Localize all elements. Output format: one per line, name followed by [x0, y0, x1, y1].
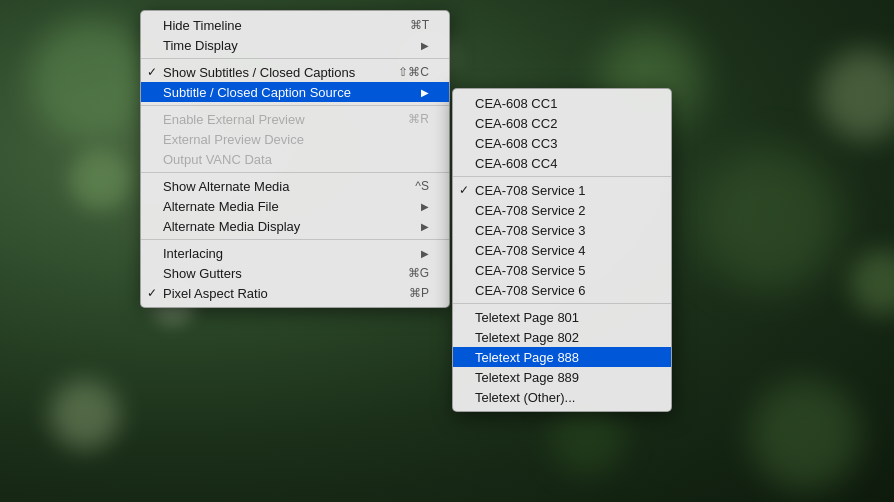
interlacing-arrow: ▶: [401, 248, 429, 259]
submenu-item-teletext-889[interactable]: Teletext Page 889: [453, 367, 671, 387]
submenu-separator-2: [453, 303, 671, 304]
show-alternate-media-shortcut: ^S: [395, 179, 429, 193]
menu-item-interlacing[interactable]: Interlacing ▶: [141, 243, 449, 263]
submenu-item-cea708-s4[interactable]: CEA-708 Service 4: [453, 240, 671, 260]
submenu-item-teletext-801[interactable]: Teletext Page 801: [453, 307, 671, 327]
menu-item-output-vanc-data[interactable]: Output VANC Data: [141, 149, 449, 169]
cea608-cc1-label: CEA-608 CC1: [475, 96, 557, 111]
submenu-panel: CEA-608 CC1 CEA-608 CC2 CEA-608 CC3 CEA-…: [452, 88, 672, 412]
time-display-label: Time Display: [163, 38, 238, 53]
submenu-item-cea708-s6[interactable]: CEA-708 Service 6: [453, 280, 671, 300]
show-gutters-shortcut: ⌘G: [388, 266, 429, 280]
menu-item-pixel-aspect-ratio[interactable]: ✓ Pixel Aspect Ratio ⌘P: [141, 283, 449, 303]
teletext-other-label: Teletext (Other)...: [475, 390, 575, 405]
submenu-item-teletext-other[interactable]: Teletext (Other)...: [453, 387, 671, 407]
hide-timeline-label: Hide Timeline: [163, 18, 242, 33]
menu-item-show-subtitles[interactable]: ✓ Show Subtitles / Closed Captions ⇧⌘C: [141, 62, 449, 82]
cea708-s1-label: CEA-708 Service 1: [475, 183, 586, 198]
show-subtitles-shortcut: ⇧⌘C: [378, 65, 429, 79]
menu-item-show-alternate-media[interactable]: Show Alternate Media ^S: [141, 176, 449, 196]
cea608-cc2-label: CEA-608 CC2: [475, 116, 557, 131]
cea708-s3-label: CEA-708 Service 3: [475, 223, 586, 238]
menu-item-hide-timeline[interactable]: Hide Timeline ⌘T: [141, 15, 449, 35]
time-display-arrow: ▶: [401, 40, 429, 51]
main-menu-panel: Hide Timeline ⌘T Time Display ▶ ✓ Show S…: [140, 10, 450, 308]
pixel-aspect-ratio-shortcut: ⌘P: [389, 286, 429, 300]
cea708-s6-label: CEA-708 Service 6: [475, 283, 586, 298]
cea708-s2-label: CEA-708 Service 2: [475, 203, 586, 218]
menu-container: Hide Timeline ⌘T Time Display ▶ ✓ Show S…: [140, 10, 672, 412]
alternate-media-file-arrow: ▶: [401, 201, 429, 212]
menu-item-external-preview-device[interactable]: External Preview Device: [141, 129, 449, 149]
menu-item-alternate-media-file[interactable]: Alternate Media File ▶: [141, 196, 449, 216]
submenu-item-cea708-s1[interactable]: ✓ CEA-708 Service 1: [453, 180, 671, 200]
teletext-802-label: Teletext Page 802: [475, 330, 579, 345]
teletext-888-label: Teletext Page 888: [475, 350, 579, 365]
cea608-cc3-label: CEA-608 CC3: [475, 136, 557, 151]
show-alternate-media-label: Show Alternate Media: [163, 179, 289, 194]
submenu-item-cea608-cc3[interactable]: CEA-608 CC3: [453, 133, 671, 153]
teletext-889-label: Teletext Page 889: [475, 370, 579, 385]
submenu-item-teletext-888[interactable]: Teletext Page 888: [453, 347, 671, 367]
enable-external-preview-label: Enable External Preview: [163, 112, 305, 127]
show-subtitles-check: ✓: [147, 65, 157, 79]
hide-timeline-shortcut: ⌘T: [390, 18, 429, 32]
alternate-media-display-arrow: ▶: [401, 221, 429, 232]
menu-item-alternate-media-display[interactable]: Alternate Media Display ▶: [141, 216, 449, 236]
alternate-media-display-label: Alternate Media Display: [163, 219, 300, 234]
submenu-item-cea708-s5[interactable]: CEA-708 Service 5: [453, 260, 671, 280]
separator-4: [141, 239, 449, 240]
submenu-item-cea708-s2[interactable]: CEA-708 Service 2: [453, 200, 671, 220]
external-preview-device-label: External Preview Device: [163, 132, 304, 147]
pixel-aspect-ratio-check: ✓: [147, 286, 157, 300]
show-gutters-label: Show Gutters: [163, 266, 242, 281]
cea708-s5-label: CEA-708 Service 5: [475, 263, 586, 278]
interlacing-label: Interlacing: [163, 246, 223, 261]
cea708-s1-check: ✓: [459, 183, 469, 197]
show-subtitles-label: Show Subtitles / Closed Captions: [163, 65, 355, 80]
submenu-item-cea708-s3[interactable]: CEA-708 Service 3: [453, 220, 671, 240]
separator-2: [141, 105, 449, 106]
enable-external-preview-shortcut: ⌘R: [388, 112, 429, 126]
menu-item-subtitle-source[interactable]: Subtitle / Closed Caption Source ▶: [141, 82, 449, 102]
submenu-item-cea608-cc2[interactable]: CEA-608 CC2: [453, 113, 671, 133]
menu-item-time-display[interactable]: Time Display ▶: [141, 35, 449, 55]
teletext-801-label: Teletext Page 801: [475, 310, 579, 325]
submenu-item-cea608-cc4[interactable]: CEA-608 CC4: [453, 153, 671, 173]
subtitle-source-arrow: ▶: [401, 87, 429, 98]
submenu-item-teletext-802[interactable]: Teletext Page 802: [453, 327, 671, 347]
pixel-aspect-ratio-label: Pixel Aspect Ratio: [163, 286, 268, 301]
menu-item-show-gutters[interactable]: Show Gutters ⌘G: [141, 263, 449, 283]
cea608-cc4-label: CEA-608 CC4: [475, 156, 557, 171]
submenu-item-cea608-cc1[interactable]: CEA-608 CC1: [453, 93, 671, 113]
menu-item-enable-external-preview[interactable]: Enable External Preview ⌘R: [141, 109, 449, 129]
cea708-s4-label: CEA-708 Service 4: [475, 243, 586, 258]
alternate-media-file-label: Alternate Media File: [163, 199, 279, 214]
submenu-separator-1: [453, 176, 671, 177]
subtitle-source-label: Subtitle / Closed Caption Source: [163, 85, 351, 100]
separator-3: [141, 172, 449, 173]
output-vanc-data-label: Output VANC Data: [163, 152, 272, 167]
separator-1: [141, 58, 449, 59]
